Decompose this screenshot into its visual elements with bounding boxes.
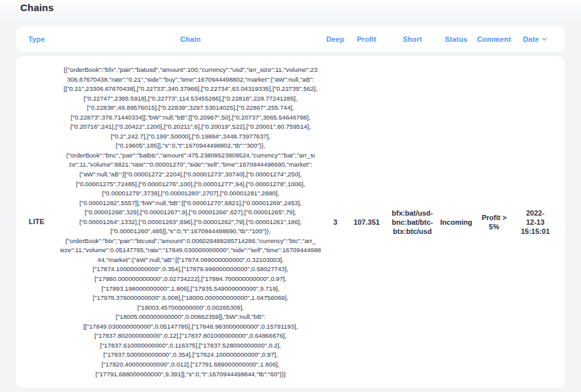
column-header-date-label: Date: [523, 35, 539, 43]
cell-short: bfx:bat/usd- bnc:bat/btc- btx:btc/usd: [386, 208, 439, 237]
column-header-status: Status: [439, 35, 474, 43]
column-header-short: Short: [386, 35, 439, 43]
column-header-chain: Chain: [58, 35, 324, 43]
table-row[interactable]: LITE [{"orderBook":"bfx","pair":"batusd"…: [16, 56, 565, 388]
cell-status: Incoming: [439, 218, 474, 227]
column-header-type: Type: [16, 35, 58, 43]
cell-type: LITE: [16, 218, 58, 227]
cell-profit: 107.351: [347, 218, 386, 227]
cell-date: 2022- 12-13 15:15:01: [514, 208, 556, 237]
cell-chain-json: [{"orderBook":"bfx","pair":"batusd","amo…: [58, 65, 324, 379]
column-header-comment: Comment: [474, 35, 514, 43]
cell-comment: Profit > 5%: [474, 213, 514, 232]
column-header-profit: Profit: [347, 35, 386, 43]
chevron-down-icon: [541, 36, 548, 42]
column-header-deep: Deep: [324, 35, 347, 43]
page-title: Chains: [0, 0, 581, 13]
table-header-row: Type Chain Deep Profit Short Status Comm…: [16, 26, 565, 52]
table-header-card: Type Chain Deep Profit Short Status Comm…: [16, 26, 565, 52]
table-row-card: LITE [{"orderBook":"bfx","pair":"batusd"…: [16, 56, 565, 388]
column-header-date-sort[interactable]: Date: [514, 35, 556, 43]
cell-deep: 3: [324, 218, 347, 227]
